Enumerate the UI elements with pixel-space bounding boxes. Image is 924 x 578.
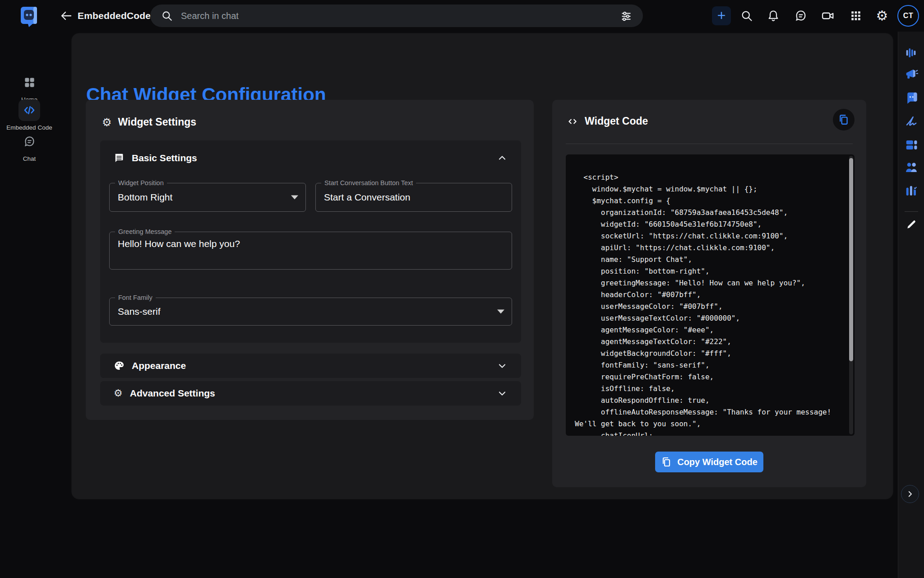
search-icon — [161, 10, 173, 22]
sidebar-item-embedded-code[interactable]: Embedded Code — [0, 99, 59, 131]
widget-settings-card: ⚙ Widget Settings Basic Settings Widget … — [86, 100, 534, 420]
palette-icon — [114, 360, 125, 371]
search-input[interactable]: Search in chat — [150, 5, 643, 27]
start-button-text-label: Start Conversation Button Text — [321, 179, 416, 186]
sidebar-item-label: Chat — [23, 155, 36, 162]
basic-settings-title: Basic Settings — [132, 153, 490, 163]
sidebar-item-home[interactable]: Home — [0, 71, 59, 103]
video-call-icon[interactable] — [820, 8, 836, 23]
dropdown-caret-icon — [291, 196, 298, 200]
projects-list-icon[interactable] — [904, 137, 919, 153]
widget-settings-title: Widget Settings — [118, 116, 197, 128]
appearance-toggle[interactable]: Appearance — [100, 354, 521, 378]
basic-settings-section: Basic Settings Widget Position Bottom Ri… — [100, 140, 521, 343]
global-search-icon[interactable] — [739, 8, 754, 23]
sidebar-item-label: Embedded Code — [6, 124, 52, 131]
start-button-text-value: Start a Conversation — [316, 183, 512, 211]
font-family-select[interactable]: Font Family Sans-serif — [109, 298, 512, 326]
top-bar: EmbeddedCode Search in chat + — [0, 0, 924, 32]
main-content-panel: Chat Widget Configuration ⚙ Widget Setti… — [72, 33, 893, 499]
back-arrow-icon[interactable] — [60, 9, 73, 23]
chevron-down-icon[interactable] — [497, 388, 508, 399]
widget-code-block[interactable]: <script> window.$mychat = window.$mychat… — [566, 154, 855, 436]
tune-filters-icon[interactable] — [620, 10, 632, 22]
greeting-message-label: Greeting Message — [115, 228, 175, 235]
left-sidebar: Home Embedded Code Chat — [0, 32, 59, 578]
widget-position-value: Bottom Right — [110, 183, 305, 211]
gear-icon: ⚙ — [102, 117, 112, 128]
pencil-edit-icon[interactable] — [904, 217, 919, 232]
copy-icon — [838, 114, 850, 126]
code-icon — [23, 104, 36, 117]
widget-code-card: Widget Code <script> window.$mychat = wi… — [552, 100, 866, 487]
greeting-message-textarea[interactable]: Greeting Message Hello! How can we help … — [109, 232, 512, 270]
message-icon — [114, 153, 125, 163]
app-logo-icon[interactable] — [17, 4, 42, 28]
font-family-value: Sans-serif — [110, 298, 512, 325]
search-placeholder: Search in chat — [181, 11, 620, 21]
analytics-check-icon[interactable] — [904, 183, 919, 199]
copy-widget-code-label: Copy Widget Code — [677, 457, 758, 467]
widget-code-title: Widget Code — [585, 115, 648, 127]
copy-widget-code-button[interactable]: Copy Widget Code — [655, 452, 763, 472]
advanced-settings-toggle[interactable]: ⚙ Advanced Settings — [100, 381, 521, 406]
expand-panel-chevron-button[interactable] — [901, 485, 919, 503]
advanced-settings-section: ⚙ Advanced Settings — [100, 381, 521, 406]
scrollbar-thumb[interactable] — [849, 158, 853, 361]
chevron-right-icon — [906, 490, 914, 498]
font-family-label: Font Family — [115, 294, 156, 301]
people-icon[interactable] — [904, 160, 919, 175]
chevron-up-icon[interactable] — [497, 153, 508, 163]
megaphone-icon[interactable] — [904, 66, 919, 82]
create-new-button[interactable]: + — [712, 6, 731, 25]
signature-icon[interactable] — [904, 114, 919, 129]
apps-grid-icon[interactable] — [848, 8, 864, 23]
widget-code-header: Widget Code — [567, 115, 648, 127]
divider — [566, 144, 853, 144]
copy-code-icon-button[interactable] — [833, 109, 855, 131]
dropdown-caret-icon — [497, 310, 504, 314]
chat-bubble-icon — [23, 135, 36, 148]
chevron-down-icon[interactable] — [497, 360, 508, 371]
advanced-settings-title: Advanced Settings — [130, 388, 490, 399]
sidebar-item-chat[interactable]: Chat — [0, 131, 59, 162]
notifications-bell-icon[interactable] — [766, 8, 781, 23]
appearance-section: Appearance — [100, 354, 521, 378]
page-breadcrumb-title: EmbeddedCode — [78, 0, 151, 32]
settings-gear-icon[interactable]: ⚙ — [874, 8, 890, 23]
start-button-text-input[interactable]: Start Conversation Button Text Start a C… — [315, 183, 512, 212]
gear-icon: ⚙ — [114, 388, 123, 398]
chat-app-icon[interactable] — [904, 90, 919, 105]
widget-position-select[interactable]: Widget Position Bottom Right — [109, 183, 306, 212]
divider — [905, 211, 918, 212]
widget-code-text: <script> window.$mychat = window.$mychat… — [566, 154, 855, 436]
code-brackets-icon — [567, 116, 578, 127]
chat-messages-icon[interactable] — [793, 8, 808, 23]
appearance-title: Appearance — [132, 360, 490, 371]
basic-settings-toggle[interactable]: Basic Settings — [100, 140, 521, 176]
user-avatar[interactable]: CT — [897, 5, 919, 27]
widget-settings-header: ⚙ Widget Settings — [102, 116, 196, 128]
home-grid-icon — [23, 76, 36, 89]
copy-icon — [661, 457, 672, 467]
stats-bars-icon[interactable] — [904, 45, 919, 61]
widget-position-label: Widget Position — [115, 179, 167, 186]
